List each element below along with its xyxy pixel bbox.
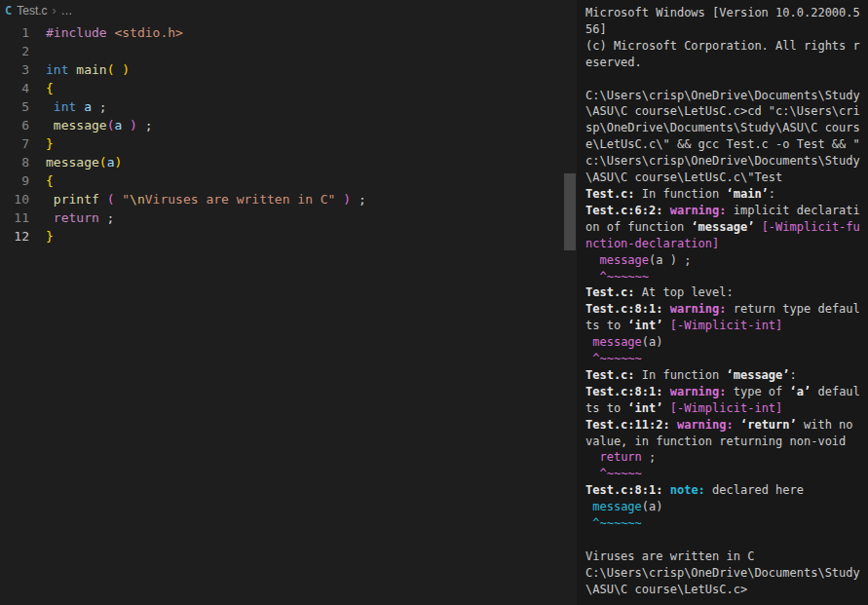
terminal-text: ; — [642, 450, 656, 464]
terminal-text — [662, 483, 669, 497]
terminal-panel[interactable]: Microsoft Windows [Version 10.0.22000.55… — [577, 0, 868, 605]
terminal-text: ‘return’ — [740, 418, 797, 432]
terminal-line — [585, 71, 868, 88]
terminal-text: eserved. — [585, 56, 642, 69]
terminal-text: ts to — [585, 319, 627, 332]
terminal-output: Microsoft Windows [Version 10.0.22000.55… — [585, 5, 868, 598]
code-line: 7} — [0, 134, 563, 153]
terminal-text — [662, 204, 669, 217]
code-line: 4{ — [0, 79, 563, 97]
token: printf — [54, 192, 99, 207]
terminal-text: warning: — [670, 302, 727, 316]
terminal-text: ^~~~~~~ — [592, 516, 642, 530]
terminal-line: ^~~~~~~ — [585, 515, 868, 532]
terminal-line: return ; — [585, 449, 868, 466]
terminal-text: warning: — [677, 418, 734, 432]
token: ; — [137, 118, 153, 132]
terminal-line: ts to ‘int’ [-Wimplicit-int] — [585, 318, 868, 334]
terminal-text: nction-declaration] — [585, 237, 719, 250]
line-number: 8 — [0, 153, 29, 171]
terminal-text: implicit declarati — [727, 204, 860, 217]
token — [99, 192, 107, 207]
terminal-text — [662, 401, 669, 415]
terminal-text: Test.c:11:2: — [585, 418, 670, 432]
terminal-line: \ASU\C course\LetUsC.c>cd "c:\Users\cri — [585, 103, 868, 120]
code-text: } — [46, 134, 54, 153]
terminal-text — [585, 253, 599, 267]
terminal-line: Test.c:8:1: note: declared here — [585, 482, 868, 499]
token: ) — [130, 118, 137, 132]
token: return — [54, 210, 99, 225]
token — [76, 99, 84, 114]
terminal-text: Viruses are written in C — [585, 549, 754, 563]
code-editor[interactable]: 1#include <stdio.h>23int main( )4{5 int … — [0, 21, 563, 605]
code-line: 10 printf ( "\nViruses are written in C"… — [0, 190, 563, 208]
code-lines: 1#include <stdio.h>23int main( )4{5 int … — [0, 23, 563, 246]
terminal-text: value, in function returning non-void — [585, 435, 846, 448]
terminal-line: ^~~~~~ — [585, 466, 868, 482]
terminal-text: At top level: — [635, 285, 734, 299]
token — [46, 99, 54, 114]
token: ( — [99, 155, 107, 170]
terminal-text: Test.c: — [585, 368, 635, 382]
terminal-text: Test.c:6:2: — [585, 204, 662, 217]
token: { — [46, 173, 54, 188]
terminal-text: C:\Users\crisp\OneDrive\Documents\Study — [585, 89, 860, 102]
terminal-text: c:\Users\crisp\OneDrive\Documents\Study — [585, 154, 860, 168]
terminal-text: C:\Users\crisp\OneDrive\Documents\Study — [585, 566, 860, 580]
terminal-text: return — [599, 450, 641, 464]
breadcrumb-symbol[interactable]: … — [61, 4, 73, 18]
terminal-text: message — [599, 253, 649, 267]
terminal-text: sp\OneDrive\Documents\Study\ASU\C cours — [585, 121, 860, 134]
terminal-text: ts to — [585, 401, 627, 415]
code-text: { — [46, 79, 54, 97]
terminal-text: ‘main’ — [727, 187, 769, 201]
token: int — [46, 62, 68, 77]
terminal-text: ‘message’ — [691, 220, 754, 234]
line-number: 10 — [0, 190, 29, 208]
scrollbar-thumb[interactable] — [564, 173, 576, 250]
token: ; — [351, 192, 366, 207]
terminal-text — [662, 319, 669, 332]
terminal-text: : — [790, 368, 797, 382]
terminal-text — [670, 418, 677, 432]
terminal-text: with no — [797, 418, 853, 432]
terminal-line — [585, 532, 868, 548]
terminal-line: e\LetUsC.c\" && gcc Test.c -o Test && " — [585, 136, 868, 153]
token: a — [84, 99, 92, 114]
terminal-text: Test.c:8:1: — [585, 385, 662, 398]
terminal-text: Test.c:8:1: — [585, 483, 662, 497]
terminal-text: \ASU\C course\LetUsC.c\"Test — [585, 170, 782, 184]
terminal-line: Test.c: At top level: — [585, 284, 868, 301]
code-line: 9{ — [0, 171, 563, 190]
code-text: int a ; — [46, 97, 107, 116]
chevron-right-icon: › — [53, 4, 57, 18]
terminal-text: (c) Microsoft Corporation. All rights r — [585, 39, 860, 53]
token: #include — [46, 25, 107, 40]
token: Viruses are written in C" — [145, 192, 336, 207]
terminal-text: return type defaul — [727, 302, 860, 316]
line-number: 5 — [0, 97, 29, 116]
code-line: 6 message(a ) ; — [0, 116, 563, 134]
terminal-text: note: — [670, 483, 705, 497]
terminal-line: ^~~~~~~ — [585, 269, 868, 285]
token: ) — [343, 192, 351, 207]
breadcrumb-file-name[interactable]: Test.c — [17, 4, 47, 18]
code-line: 2 — [0, 42, 563, 60]
terminal-line: on of function ‘message’ [-Wimplicit-fu — [585, 219, 868, 236]
terminal-text: warning: — [670, 385, 727, 398]
terminal-text — [662, 302, 669, 316]
terminal-text — [585, 450, 599, 464]
token: ; — [92, 99, 107, 114]
terminal-text: (a) — [642, 500, 663, 513]
token: ; — [99, 210, 115, 225]
terminal-line: \ASU\C course\LetUsC.c\"Test — [585, 170, 868, 186]
terminal-text: Microsoft Windows [Version 10.0.22000.5 — [585, 6, 860, 19]
line-number: 11 — [0, 208, 29, 227]
terminal-line: Test.c: In function ‘main’: — [585, 186, 868, 203]
editor-scrollbar[interactable] — [563, 0, 577, 605]
terminal-text: ^~~~~~ — [599, 467, 641, 480]
terminal-text: ‘int’ — [627, 319, 662, 332]
terminal-line: message(a) — [585, 334, 868, 351]
vscode-window: C Test.c › … 1#include <stdio.h>23int ma… — [0, 0, 868, 605]
